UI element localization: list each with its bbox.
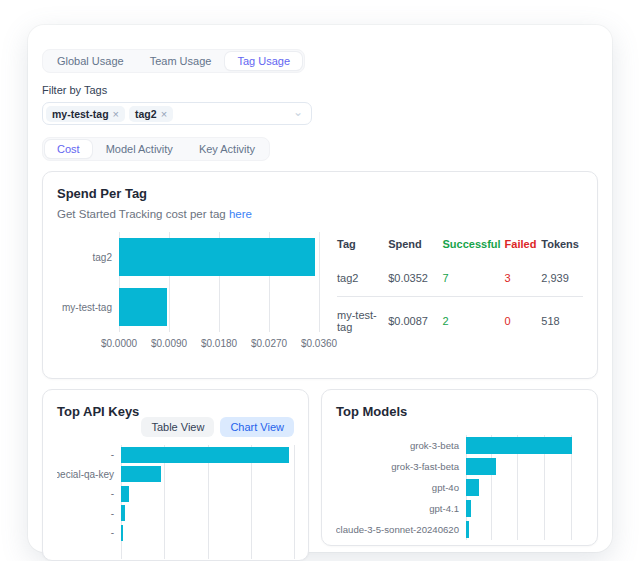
tag-chip-label: my-test-tag <box>52 108 109 120</box>
spend-per-tag-subtitle: Get Started Tracking cost per tag here <box>57 208 583 220</box>
chart-category-label: my-test-tag <box>57 282 119 332</box>
cell-spend: $0.0087 <box>388 297 442 346</box>
remove-tag-icon[interactable]: × <box>161 108 167 120</box>
gridline <box>294 445 295 559</box>
top-api-keys-card: Top API Keys Table ViewChart View -pecia… <box>42 389 309 561</box>
tag-chip-my-test-tag[interactable]: my-test-tag× <box>46 106 125 122</box>
tag-filter-select[interactable]: my-test-tag×tag2× ⌄ <box>42 102 312 125</box>
cell-spend: $0.0352 <box>388 260 442 297</box>
cell-failed: 0 <box>505 297 542 346</box>
screenshot-stage: Global UsageTeam UsageTag Usage Filter b… <box>0 0 640 561</box>
table-view-button[interactable]: Table View <box>141 417 214 437</box>
tab-team-usage[interactable]: Team Usage <box>138 52 224 70</box>
subtab-cost[interactable]: Cost <box>45 140 92 158</box>
chart-view-button[interactable]: Chart View <box>220 417 294 437</box>
cell-tag: my-test-tag <box>337 297 388 346</box>
bar <box>121 505 125 521</box>
cell-tokens: 518 <box>541 297 583 346</box>
tag-chip-tag2[interactable]: tag2× <box>129 106 173 122</box>
bar <box>466 521 469 538</box>
column-header-failed: Failed <box>505 232 542 260</box>
column-header-successful: Successful <box>442 232 504 260</box>
table-row: my-test-tag$0.008720518 <box>337 297 583 346</box>
gridline <box>319 232 320 332</box>
table-row: tag2$0.0352732,939 <box>337 260 583 297</box>
bar <box>121 466 161 482</box>
top-api-keys-chart: -pecial-qa-key--- <box>57 445 294 559</box>
bar <box>121 447 289 463</box>
cell-successful: 2 <box>442 297 504 346</box>
chart-category-label: pecial-qa-key <box>57 465 121 485</box>
bar <box>121 486 129 502</box>
tag-chip-list: my-test-tag×tag2× <box>46 106 293 122</box>
bar <box>119 238 315 276</box>
column-header-spend: Spend <box>388 232 442 260</box>
cell-failed: 3 <box>505 260 542 297</box>
subtab-key-activity[interactable]: Key Activity <box>187 140 267 158</box>
usage-tabs: Global UsageTeam UsageTag Usage <box>42 49 305 73</box>
x-tick-label: $0.0090 <box>151 338 187 349</box>
x-tick-label: $0.0180 <box>201 338 237 349</box>
usage-dashboard-panel: Global UsageTeam UsageTag Usage Filter b… <box>28 25 612 552</box>
bar <box>466 437 572 454</box>
filter-by-tags-label: Filter by Tags <box>42 84 598 96</box>
cost-activity-tabs: CostModel ActivityKey Activity <box>42 137 270 161</box>
tag-spend-table: TagSpendSuccessfulFailedTokens tag2$0.03… <box>337 232 583 345</box>
spend-per-tag-card: Spend Per Tag Get Started Tracking cost … <box>42 171 598 379</box>
x-tick-label: $0.0270 <box>251 338 287 349</box>
x-tick-label: $0.0360 <box>301 338 337 349</box>
tab-global-usage[interactable]: Global Usage <box>45 52 136 70</box>
chart-category-label: grok-3-beta <box>336 435 466 456</box>
tag-chip-label: tag2 <box>135 108 157 120</box>
chart-category-label: - <box>57 445 121 465</box>
chevron-down-icon[interactable]: ⌄ <box>293 106 303 118</box>
bar <box>466 458 496 475</box>
subtab-model-activity[interactable]: Model Activity <box>94 140 185 158</box>
chart-category-label: grok-3-fast-beta <box>336 456 466 477</box>
spend-per-tag-title: Spend Per Tag <box>57 186 583 201</box>
chart-category-label: - <box>57 523 121 543</box>
bar <box>466 479 479 496</box>
bar <box>119 288 167 326</box>
chart-category-label: tag2 <box>57 232 119 282</box>
cell-successful: 7 <box>442 260 504 297</box>
bar <box>121 525 123 541</box>
chart-category-label: - <box>57 484 121 504</box>
top-models-card: Top Models grok-3-betagrok-3-fast-betagp… <box>321 389 598 546</box>
cell-tokens: 2,939 <box>541 260 583 297</box>
chart-category-label: claude-3-5-sonnet-20240620 <box>336 519 466 540</box>
spend-per-tag-chart: tag2my-test-tag$0.0000$0.0090$0.0180$0.0… <box>57 232 319 351</box>
column-header-tokens: Tokens <box>541 232 583 260</box>
top-models-title: Top Models <box>336 404 583 419</box>
subtitle-text: Get Started Tracking cost per tag <box>57 208 229 220</box>
column-header-tag: Tag <box>337 232 388 260</box>
bar <box>466 500 471 517</box>
chart-category-label: gpt-4.1 <box>336 498 466 519</box>
tab-tag-usage[interactable]: Tag Usage <box>225 52 302 70</box>
x-tick-label: $0.0000 <box>101 338 137 349</box>
cell-tag: tag2 <box>337 260 388 297</box>
view-toggle: Table ViewChart View <box>57 417 294 437</box>
remove-tag-icon[interactable]: × <box>113 108 119 120</box>
top-models-chart: grok-3-betagrok-3-fast-betagpt-4ogpt-4.1… <box>336 435 583 546</box>
chart-category-label: gpt-4o <box>336 477 466 498</box>
here-link[interactable]: here <box>229 208 252 220</box>
chart-category-label: - <box>57 504 121 524</box>
